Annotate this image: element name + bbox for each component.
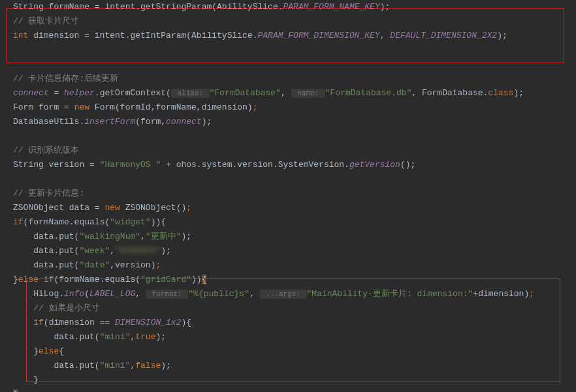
code-line [7, 129, 569, 143]
code-line: Form form = new Form(formId,formName,dim… [7, 100, 569, 115]
code-editor: String formName = intent.getStringParam(… [0, 0, 576, 392]
code-line: } [7, 387, 569, 392]
code-line: String version = "HarmonyOS " + ohos.sys… [7, 158, 569, 172]
code-line: DatabaseUtils.insertForm(form,connect); [7, 115, 569, 129]
code-line: // 识别系统版本 [7, 143, 569, 158]
code-line: data.put("walkingNum","更新中"); [7, 230, 569, 244]
code-line: ZSONObject data = new ZSONObject(); [7, 201, 569, 215]
highlight-box-2 [26, 279, 560, 382]
code-line: // 卡片信息储存:后续更新 [7, 72, 569, 86]
code-line [7, 172, 569, 187]
code-line: data.put("week","XXXXXXX"); [7, 244, 569, 258]
code-line: // 更新卡片信息: [7, 187, 569, 201]
code-line: if(formName.equals("widget")){ [7, 215, 569, 230]
code-line: connect = helper.getOrmContext( alias: "… [7, 86, 569, 100]
code-line: data.put("date",version); [7, 258, 569, 273]
highlight-box-1 [7, 8, 564, 63]
